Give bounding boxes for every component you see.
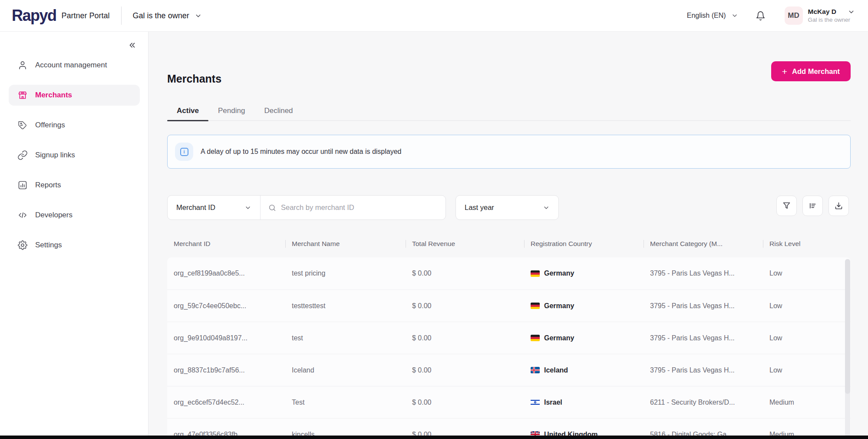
cell-merchant-name: test pricing bbox=[285, 269, 406, 277]
bar-chart-icon bbox=[17, 180, 28, 190]
cell-risk-level: Medium bbox=[763, 399, 851, 406]
country-name: Germany bbox=[544, 334, 574, 342]
sidebar-item-developers[interactable]: Developers bbox=[9, 205, 140, 226]
notifications-button[interactable] bbox=[756, 11, 766, 21]
cell-merchant-id: org_59c7c4ee050ebc... bbox=[167, 302, 285, 310]
table-scrollbar[interactable] bbox=[845, 259, 850, 439]
country-name: Iceland bbox=[544, 366, 568, 374]
filter-button[interactable] bbox=[776, 196, 797, 216]
sidebar-item-signup-links[interactable]: Signup links bbox=[9, 145, 140, 166]
language-selector[interactable]: English (EN) bbox=[687, 12, 738, 20]
germany-flag-icon bbox=[531, 270, 540, 277]
cell-merchant-id: org_ec6cef57d4ec52... bbox=[167, 399, 285, 406]
user-menu[interactable]: McKay D Gal is the owner bbox=[808, 7, 855, 23]
org-selector-dropdown[interactable]: Gal is the owner bbox=[133, 11, 202, 20]
search-type-label: Merchant ID bbox=[176, 203, 215, 212]
funnel-icon bbox=[782, 201, 791, 210]
sidebar-item-label: Merchants bbox=[35, 91, 72, 100]
cell-registration-country: Israel bbox=[524, 399, 644, 406]
info-banner: i A delay of up to 15 minutes may occur … bbox=[167, 135, 851, 169]
search-group: Merchant ID bbox=[167, 195, 446, 220]
tab-declined[interactable]: Declined bbox=[254, 101, 302, 120]
column-header-merchant-name: Merchant Name bbox=[285, 240, 406, 248]
page-title: Merchants bbox=[167, 73, 221, 85]
sort-icon bbox=[808, 201, 817, 210]
cell-risk-level: Low bbox=[763, 334, 851, 342]
search-input[interactable] bbox=[281, 203, 438, 212]
cell-total-revenue: $ 0.00 bbox=[406, 366, 524, 374]
avatar[interactable]: MD bbox=[785, 7, 803, 25]
table-header: Merchant ID Merchant Name Total Revenue … bbox=[167, 230, 851, 257]
tab-active[interactable]: Active bbox=[167, 101, 208, 120]
top-bar: Rapyd Partner Portal Gal is the owner En… bbox=[0, 0, 868, 32]
scrollbar-thumb[interactable] bbox=[845, 259, 850, 394]
tab-pending[interactable]: Pending bbox=[208, 101, 254, 120]
table-row[interactable]: org_9e910d049a8197... test $ 0.00 German… bbox=[167, 322, 851, 354]
main-content: Merchants + Add Merchant Active Pending … bbox=[149, 32, 868, 439]
cell-registration-country: Iceland bbox=[524, 366, 644, 374]
sidebar-item-settings[interactable]: Settings bbox=[9, 235, 140, 256]
portal-label: Partner Portal bbox=[62, 11, 110, 20]
chevron-down-icon bbox=[244, 204, 251, 211]
table-row[interactable]: org_cef8199aa0c8e5... test pricing $ 0.0… bbox=[167, 257, 851, 289]
topbar-divider bbox=[121, 7, 122, 25]
cell-merchant-id: org_9e910d049a8197... bbox=[167, 334, 285, 342]
merchants-tabs: Active Pending Declined bbox=[167, 101, 851, 121]
cell-total-revenue: $ 0.00 bbox=[406, 302, 524, 310]
date-range-label: Last year bbox=[465, 203, 494, 212]
sidebar: Account management Merchants Offerings S… bbox=[0, 32, 149, 439]
cell-merchant-category: 3795 - Paris Las Vegas H... bbox=[644, 302, 763, 310]
info-icon: i bbox=[175, 143, 193, 161]
cell-registration-country: Germany bbox=[524, 334, 644, 342]
search-type-dropdown[interactable]: Merchant ID bbox=[168, 196, 261, 220]
topbar-right: English (EN) MD McKay D Gal is the ow bbox=[687, 7, 868, 25]
cell-merchant-category: 6211 - Security Brokers/D... bbox=[644, 399, 763, 406]
cell-merchant-category: 3795 - Paris Las Vegas H... bbox=[644, 334, 763, 342]
table-row[interactable]: org_8837c1b9c7af56... Iceland $ 0.00 Ice… bbox=[167, 354, 851, 386]
add-merchant-button[interactable]: + Add Merchant bbox=[771, 61, 851, 81]
search-icon bbox=[268, 204, 276, 212]
cell-total-revenue: $ 0.00 bbox=[406, 269, 524, 277]
table-row[interactable]: org_ec6cef57d4ec52... Test $ 0.00 Israel… bbox=[167, 386, 851, 418]
cell-merchant-category: 3795 - Paris Las Vegas H... bbox=[644, 269, 763, 277]
date-range-dropdown[interactable]: Last year bbox=[455, 195, 559, 220]
bell-icon bbox=[756, 11, 766, 21]
sidebar-nav: Account management Merchants Offerings S… bbox=[9, 55, 140, 265]
cell-registration-country: Germany bbox=[524, 269, 644, 277]
table-row[interactable]: org_59c7c4ee050ebc... testtesttest $ 0.0… bbox=[167, 289, 851, 322]
column-header-risk-level: Risk Level bbox=[763, 240, 851, 248]
column-header-total-revenue: Total Revenue bbox=[406, 240, 524, 248]
cell-merchant-id: org_cef8199aa0c8e5... bbox=[167, 269, 285, 277]
sidebar-item-account-management[interactable]: Account management bbox=[9, 55, 140, 76]
download-button[interactable] bbox=[828, 196, 849, 216]
sidebar-item-label: Offerings bbox=[35, 121, 65, 130]
language-label: English (EN) bbox=[687, 12, 726, 20]
sidebar-item-merchants[interactable]: Merchants bbox=[9, 85, 140, 106]
chevron-down-icon bbox=[543, 204, 550, 211]
sidebar-collapse-button[interactable] bbox=[127, 40, 137, 50]
code-icon bbox=[17, 210, 28, 220]
partner-portal-app: Rapyd Partner Portal Gal is the owner En… bbox=[0, 0, 868, 439]
gear-icon bbox=[17, 240, 28, 250]
cell-merchant-category: 3795 - Paris Las Vegas H... bbox=[644, 366, 763, 374]
download-icon bbox=[834, 201, 843, 210]
cell-merchant-name: testtesttest bbox=[285, 302, 406, 310]
storefront-icon bbox=[17, 90, 28, 100]
link-icon bbox=[17, 150, 28, 160]
chevron-down-icon bbox=[848, 8, 855, 16]
sidebar-item-reports[interactable]: Reports bbox=[9, 175, 140, 196]
sort-button[interactable] bbox=[802, 196, 823, 216]
country-name: Germany bbox=[544, 302, 574, 310]
sidebar-item-label: Account management bbox=[35, 61, 107, 70]
iceland-flag-icon bbox=[531, 367, 540, 373]
cell-total-revenue: $ 0.00 bbox=[406, 334, 524, 342]
sidebar-item-offerings[interactable]: Offerings bbox=[9, 115, 140, 136]
user-org-subtitle: Gal is the owner bbox=[808, 17, 855, 24]
germany-flag-icon bbox=[531, 335, 540, 341]
cell-merchant-name: Iceland bbox=[285, 366, 406, 374]
org-selector-label: Gal is the owner bbox=[133, 11, 189, 20]
cell-registration-country: Germany bbox=[524, 302, 644, 310]
cell-risk-level: Low bbox=[763, 302, 851, 310]
merchants-table-body: org_cef8199aa0c8e5... test pricing $ 0.0… bbox=[167, 257, 851, 439]
double-chevron-left-icon bbox=[127, 40, 137, 50]
